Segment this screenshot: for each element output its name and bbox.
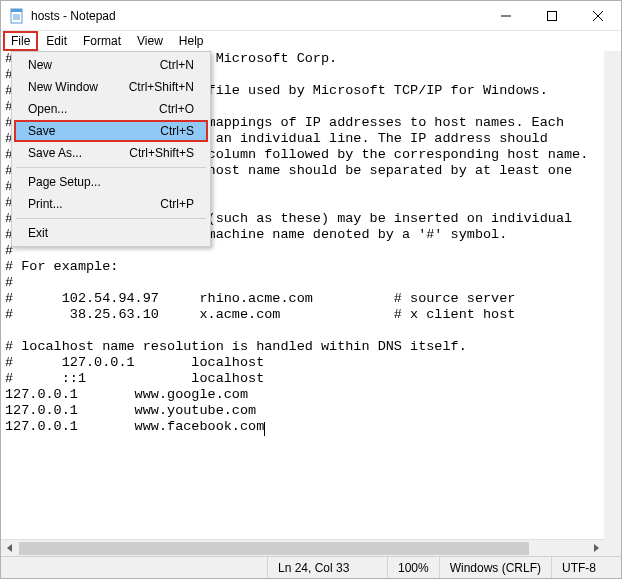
title-bar: hosts - Notepad bbox=[1, 1, 621, 31]
scroll-left-arrow[interactable] bbox=[1, 540, 18, 557]
menu-item-save[interactable]: Save Ctrl+S bbox=[14, 120, 208, 142]
menu-item-shortcut: Ctrl+N bbox=[160, 58, 194, 72]
menu-edit[interactable]: Edit bbox=[38, 31, 75, 51]
scroll-track[interactable] bbox=[19, 540, 586, 557]
status-position: Ln 24, Col 33 bbox=[267, 557, 387, 578]
menu-item-label: New Window bbox=[28, 80, 98, 94]
vertical-scrollbar[interactable] bbox=[604, 51, 621, 556]
menu-item-open[interactable]: Open... Ctrl+O bbox=[14, 98, 208, 120]
menu-format[interactable]: Format bbox=[75, 31, 129, 51]
file-menu-dropdown: New Ctrl+N New Window Ctrl+Shift+N Open.… bbox=[11, 51, 211, 247]
close-button[interactable] bbox=[575, 1, 621, 31]
horizontal-scrollbar[interactable] bbox=[1, 539, 604, 556]
menu-item-shortcut: Ctrl+S bbox=[160, 124, 194, 138]
text-caret bbox=[264, 422, 265, 436]
menu-separator bbox=[16, 218, 206, 219]
status-encoding: UTF-8 bbox=[551, 557, 621, 578]
menu-item-shortcut: Ctrl+O bbox=[159, 102, 194, 116]
menu-bar: File Edit Format View Help bbox=[1, 31, 621, 51]
menu-view[interactable]: View bbox=[129, 31, 171, 51]
svg-marker-10 bbox=[594, 544, 599, 552]
scroll-right-arrow[interactable] bbox=[587, 540, 604, 557]
menu-item-label: Page Setup... bbox=[28, 175, 101, 189]
window-controls bbox=[483, 1, 621, 31]
scroll-thumb[interactable] bbox=[19, 542, 529, 555]
svg-rect-6 bbox=[548, 12, 557, 21]
menu-item-label: New bbox=[28, 58, 52, 72]
menu-item-new[interactable]: New Ctrl+N bbox=[14, 54, 208, 76]
menu-help[interactable]: Help bbox=[171, 31, 212, 51]
menu-item-shortcut: Ctrl+Shift+S bbox=[129, 146, 194, 160]
menu-item-label: Print... bbox=[28, 197, 63, 211]
menu-item-page-setup[interactable]: Page Setup... bbox=[14, 171, 208, 193]
status-zoom: 100% bbox=[387, 557, 439, 578]
menu-item-exit[interactable]: Exit bbox=[14, 222, 208, 244]
menu-item-label: Exit bbox=[28, 226, 48, 240]
menu-item-new-window[interactable]: New Window Ctrl+Shift+N bbox=[14, 76, 208, 98]
maximize-button[interactable] bbox=[529, 1, 575, 31]
menu-file[interactable]: File bbox=[3, 31, 38, 51]
menu-item-print[interactable]: Print... Ctrl+P bbox=[14, 193, 208, 215]
status-line-ending: Windows (CRLF) bbox=[439, 557, 551, 578]
menu-item-shortcut: Ctrl+P bbox=[160, 197, 194, 211]
menu-item-label: Save bbox=[28, 124, 55, 138]
status-bar: Ln 24, Col 33 100% Windows (CRLF) UTF-8 bbox=[1, 556, 621, 578]
notepad-icon bbox=[9, 8, 25, 24]
svg-rect-1 bbox=[11, 9, 22, 12]
menu-separator bbox=[16, 167, 206, 168]
menu-item-label: Save As... bbox=[28, 146, 82, 160]
menu-item-shortcut: Ctrl+Shift+N bbox=[129, 80, 194, 94]
menu-item-label: Open... bbox=[28, 102, 67, 116]
menu-item-save-as[interactable]: Save As... Ctrl+Shift+S bbox=[14, 142, 208, 164]
minimize-button[interactable] bbox=[483, 1, 529, 31]
window-title: hosts - Notepad bbox=[31, 9, 116, 23]
svg-marker-9 bbox=[7, 544, 12, 552]
